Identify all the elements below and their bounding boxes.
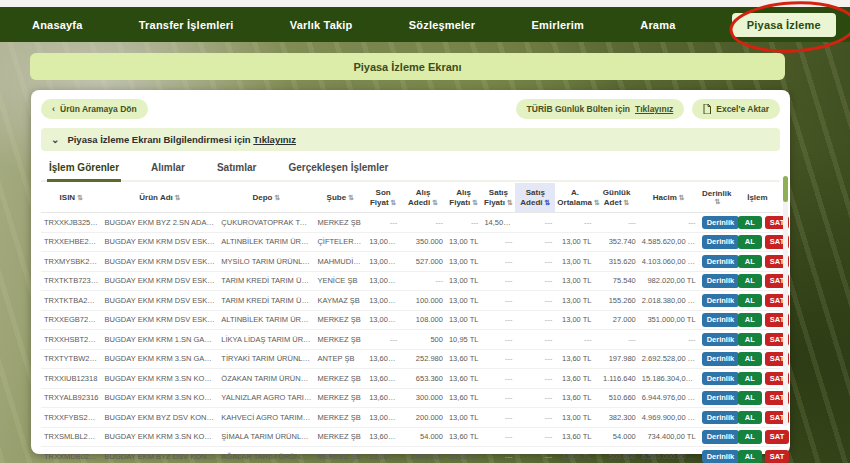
- cell-g-nl-k-adet: 27.000: [594, 310, 638, 330]
- derinlik-button[interactable]: Derinlik: [702, 450, 740, 463]
- sort-icon[interactable]: ⇅: [391, 199, 397, 206]
- buy-button[interactable]: AL: [738, 216, 762, 230]
- buy-button[interactable]: AL: [738, 274, 762, 288]
- tab-bar: İşlem GörenlerAlımlarSatımlarGerçekleşen…: [41, 158, 780, 182]
- export-excel-button[interactable]: Excel'e Aktar: [692, 99, 780, 119]
- column-header-g-nl-k-adet[interactable]: Günlük Adet⇅: [594, 183, 638, 213]
- nav-item-emirlerim[interactable]: Emirlerim: [531, 19, 584, 31]
- cell-hacim: 6.944.976,00 TL: [639, 388, 699, 408]
- column-header-isin[interactable]: ISIN⇅: [41, 183, 102, 213]
- sort-icon[interactable]: ⇅: [624, 199, 630, 206]
- tab-i-lem-g-renler[interactable]: İşlem Görenler: [47, 158, 121, 182]
- sell-button[interactable]: SAT: [765, 450, 789, 463]
- derinlik-button[interactable]: Derinlik: [702, 313, 740, 327]
- buy-button[interactable]: AL: [738, 333, 762, 347]
- daily-bulletin-link[interactable]: TÜRİB Günlük Bülten için Tıklayınız: [516, 99, 685, 119]
- column-header-sat-fiyat[interactable]: Satış Fiyatı⇅: [481, 183, 515, 213]
- sort-icon[interactable]: ⇅: [432, 199, 438, 206]
- sort-icon[interactable]: ⇅: [507, 199, 513, 206]
- sort-icon[interactable]: ⇅: [348, 194, 354, 201]
- cell-sat-fiyat: ---: [481, 291, 515, 311]
- nav-item-anasayfa[interactable]: Anasayfa: [32, 19, 83, 31]
- nav-item-arama[interactable]: Arama: [640, 19, 675, 31]
- info-banner-link[interactable]: Tıklayınız: [253, 134, 296, 145]
- buy-button[interactable]: AL: [738, 255, 762, 269]
- cell-sat-fiyat: ---: [481, 330, 515, 350]
- column-header-depo[interactable]: Depo⇅: [218, 183, 314, 213]
- buy-button[interactable]: AL: [738, 411, 762, 425]
- cell-sat-fiyat: ---: [481, 427, 515, 447]
- cell-son-fiyat: 13,60 TL: [366, 349, 400, 369]
- buy-button[interactable]: AL: [738, 391, 762, 405]
- buy-button[interactable]: AL: [738, 450, 762, 463]
- buy-button[interactable]: AL: [738, 235, 762, 249]
- cell-depo: ALTINBİLEK TARIM ÜRÜNLER...: [218, 232, 314, 252]
- sort-icon[interactable]: ⇅: [274, 194, 280, 201]
- column-header-a-ortalama[interactable]: A. Ortalama⇅: [555, 183, 594, 213]
- buy-button[interactable]: AL: [738, 372, 762, 386]
- column-header-son-fiyat[interactable]: Son Fiyat⇅: [366, 183, 400, 213]
- cell-r-n-ad: BUGDAY EKM BYZ DSV KONYA SARAYO...: [102, 408, 219, 428]
- sort-icon[interactable]: ⇅: [545, 199, 551, 206]
- nav-item-s-zle-meler[interactable]: Sözleşmeler: [409, 19, 475, 31]
- derinlik-button[interactable]: Derinlik: [702, 274, 740, 288]
- sort-icon[interactable]: ⇅: [472, 199, 478, 206]
- nav-item-piyasa-i-zleme[interactable]: Piyasa İzleme: [732, 13, 836, 37]
- sort-icon[interactable]: ⇅: [77, 194, 83, 201]
- table-row: TRXTYTBW2311BUGDAY EKM KRM 3.SN GAZIANTE…: [41, 349, 780, 369]
- cell-sat-adedi: ---: [515, 291, 555, 311]
- buy-button[interactable]: AL: [738, 313, 762, 327]
- cell-sat-fiyat: ---: [481, 232, 515, 252]
- cell-a-ortalama: 13,00 TL: [555, 252, 594, 272]
- nav-item-varl-k-takip[interactable]: Varlık Takip: [290, 19, 353, 31]
- cell-al-adedi: ---: [400, 213, 446, 233]
- cell-al-fiyat: 13,60 TL: [446, 427, 481, 447]
- buy-button[interactable]: AL: [738, 352, 762, 366]
- table-body: TRXXKJB32515BUGDAY EKM BYZ 2.SN ADANA KA…: [41, 213, 780, 463]
- tab-ger-ekle-en-i-lemler[interactable]: Gerçekleşen İşlemler: [286, 158, 390, 180]
- derinlik-button[interactable]: Derinlik: [702, 333, 740, 347]
- derinlik-button[interactable]: Derinlik: [702, 411, 740, 425]
- bulletin-link-text[interactable]: Tıklayınız: [635, 104, 673, 114]
- cell-g-nl-k-adet: 155.260: [594, 291, 638, 311]
- derinlik-button[interactable]: Derinlik: [702, 391, 740, 405]
- derinlik-button[interactable]: Derinlik: [702, 235, 740, 249]
- derinlik-button[interactable]: Derinlik: [702, 255, 740, 269]
- nav-item-transfer-i-lemleri[interactable]: Transfer İşlemleri: [139, 19, 234, 31]
- sort-icon[interactable]: ⇅: [679, 194, 685, 201]
- column-header-ube[interactable]: Şube⇅: [314, 183, 366, 213]
- cell-r-n-ad: BUGDAY EKM KRM 3.SN KONYA KARAT...: [102, 427, 219, 447]
- cell-ube: MERKEZ ŞB: [314, 330, 366, 350]
- buy-button[interactable]: AL: [738, 430, 762, 444]
- buy-button[interactable]: AL: [738, 294, 762, 308]
- derinlik-button[interactable]: Derinlik: [702, 216, 740, 230]
- column-label: Hacim: [653, 193, 677, 202]
- derinlik-button[interactable]: Derinlik: [702, 294, 740, 308]
- scrollbar-thumb[interactable]: [783, 176, 788, 202]
- table-scrollbar[interactable]: [783, 176, 788, 426]
- sell-button[interactable]: SAT: [765, 430, 789, 444]
- derinlik-button[interactable]: Derinlik: [702, 430, 740, 444]
- cell-sat-adedi: ---: [515, 252, 555, 272]
- column-header-derinlik[interactable]: Derinlik⇅: [699, 183, 735, 213]
- cell-sat-adedi: ---: [515, 310, 555, 330]
- cell-r-n-ad: BUGDAY EKM KRM DSV ESKISEHIR CIFT...: [102, 232, 219, 252]
- derinlik-button[interactable]: Derinlik: [702, 352, 740, 366]
- tab-al-mlar[interactable]: Alımlar: [149, 158, 187, 180]
- column-header-sat-adedi[interactable]: Satış Adedi⇅: [515, 183, 555, 213]
- sort-icon[interactable]: ⇅: [703, 198, 733, 206]
- derinlik-button[interactable]: Derinlik: [702, 372, 740, 386]
- chevron-down-icon[interactable]: ⌄: [51, 137, 59, 143]
- tab-sat-mlar[interactable]: Satımlar: [215, 158, 258, 180]
- cell-ube: ANTEP ŞB: [314, 349, 366, 369]
- column-header-r-n-ad[interactable]: Ürün Adı⇅: [102, 183, 219, 213]
- sort-icon[interactable]: ⇅: [175, 194, 181, 201]
- cell-a-ortalama: 13,60 TL: [555, 349, 594, 369]
- cell-ube: MERKEZ ŞB: [314, 213, 366, 233]
- sort-icon[interactable]: ⇅: [594, 199, 600, 206]
- column-header-al-fiyat[interactable]: Alış Fiyatı⇅: [446, 183, 481, 213]
- back-to-product-search-button[interactable]: ‹ Ürün Aramaya Dön: [41, 99, 148, 119]
- column-header-al-adedi[interactable]: Alış Adedi⇅: [400, 183, 446, 213]
- excel-button-label: Excel'e Aktar: [716, 104, 769, 114]
- column-header-hacim[interactable]: Hacim⇅: [639, 183, 699, 213]
